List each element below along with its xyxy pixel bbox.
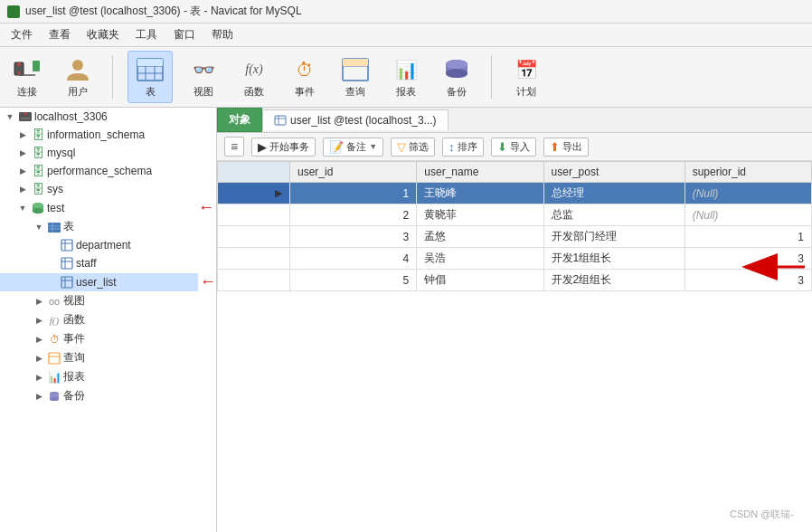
svg-rect-37 [49,353,60,364]
svg-point-40 [50,397,59,401]
expand-icon-11: ▶ [33,295,45,308]
sidebar-views-label: 视图 [63,293,212,309]
cell-userpost-3[interactable]: 开发部门经理 [543,226,685,248]
sidebar-item-backups-folder[interactable]: ▶ 备份 [0,386,216,405]
cell-userid-4[interactable]: 4 [290,248,417,270]
toolbar-query[interactable]: 查询 [335,53,375,100]
cell-userid-3[interactable]: 3 [290,226,417,248]
import-button[interactable]: ⬇ 导入 [491,138,536,157]
sidebar-dept-label: department [76,239,212,252]
sidebar-item-localhost[interactable]: ▼ localhost_3306 [0,108,216,126]
action-bar: ≡ ▶ 开始事务 📝 备注 ▼ ▽ 筛选 ↕ 排序 [217,133,812,161]
object-button[interactable]: 对象 [217,108,262,132]
table-row[interactable]: 4 吴浩 开发1组组长 3 [218,248,812,270]
begin-transaction-button[interactable]: ▶ 开始事务 [251,138,316,157]
menu-file[interactable]: 文件 [4,25,40,44]
menu-window[interactable]: 窗口 [166,25,203,44]
export-button[interactable]: ⬆ 导出 [543,138,589,157]
cell-userpost-1[interactable]: 总经理 [543,183,685,204]
sidebar-item-events-folder[interactable]: ▶ ⏱ 事件 [0,329,216,348]
cell-userid-5[interactable]: 5 [290,270,417,291]
tab-user-list[interactable]: user_list @test (localhost_3...) [262,109,448,130]
toolbar-user[interactable]: 用户 [58,53,98,100]
table-header-row: user_id user_name user_post superior_id [218,162,812,183]
cell-superiorid-1[interactable]: (Null) [685,183,811,204]
cell-superiorid-3[interactable]: 1 [685,226,811,248]
sort-icon: ↕ [448,140,455,154]
toolbar-report-label: 报表 [396,85,416,99]
cell-superiorid-5[interactable]: 3 [685,270,811,291]
svg-rect-24 [48,223,61,233]
sidebar-item-user-list[interactable]: ▶ user_list [0,273,198,291]
expand-icon-4: ▶ [16,165,29,177]
filter-button[interactable]: ▽ 筛选 [391,138,435,157]
menu-favorites[interactable]: 收藏夹 [80,25,127,44]
cell-username-5[interactable]: 钟倡 [417,270,543,291]
table-row[interactable]: 2 黄晓菲 总监 (Null) [218,204,812,226]
sidebar-test-label: test [47,202,191,214]
sidebar-perf-schema-label: performance_schema [47,165,212,177]
svg-rect-28 [61,240,72,251]
sidebar-item-reports-folder[interactable]: ▶ 📊 报表 [0,367,216,386]
col-header-superiorid[interactable]: superior_id [685,162,811,183]
toolbar-user-label: 用户 [68,85,88,99]
sidebar-localhost-label: localhost_3306 [34,110,212,123]
cell-userpost-5[interactable]: 开发2组组长 [543,270,685,291]
svg-point-16 [446,69,467,78]
cell-userpost-4[interactable]: 开发1组组长 [543,248,685,270]
backup-folder-icon [47,389,61,404]
menu-tools[interactable]: 工具 [128,25,165,44]
expand-icon-5: ▶ [16,183,29,195]
toolbar-event[interactable]: ⏱ 事件 [285,53,325,100]
expand-icon-3: ▶ [16,147,29,159]
col-header-username[interactable]: user_name [417,162,543,183]
table-row[interactable]: ▶ 1 王晓峰 总经理 (Null) [218,183,812,204]
toolbar-backup[interactable]: 备份 [437,53,477,100]
toolbar-function-label: 函数 [244,85,264,99]
sidebar-item-performance-schema[interactable]: ▶ 🗄 performance_schema [0,162,216,180]
table-row[interactable]: 5 钟倡 开发2组组长 3 [218,270,812,291]
sidebar-sys-label: sys [47,183,212,195]
cell-userid-1[interactable]: 1 [290,183,417,204]
comment-button[interactable]: 📝 备注 ▼ [323,138,383,157]
toolbar-stats[interactable]: 📅 计划 [506,53,546,100]
db-icon-1: 🗄 [31,128,45,142]
sort-button[interactable]: ↕ 排序 [442,138,484,157]
sidebar-item-queries-folder[interactable]: ▶ 查询 [0,348,216,367]
cell-superiorid-4[interactable]: 3 [685,248,811,270]
cell-userid-2[interactable]: 2 [290,204,417,226]
sidebar-item-staff[interactable]: ▶ staff [0,254,216,272]
cell-username-3[interactable]: 孟悠 [417,226,543,248]
sidebar-item-sys[interactable]: ▶ 🗄 sys [0,180,216,198]
col-header-empty [218,162,290,183]
sidebar-item-department[interactable]: ▶ department [0,236,216,254]
sidebar-item-mysql[interactable]: ▶ 🗄 mysql [0,144,216,162]
cell-username-4[interactable]: 吴浩 [417,248,543,270]
cell-username-1[interactable]: 王晓峰 [417,183,543,204]
toolbar-table[interactable]: 表 [127,51,173,103]
svg-rect-31 [61,258,72,269]
hamburger-button[interactable]: ≡ [224,137,244,157]
menu-view[interactable]: 查看 [42,25,78,44]
col-header-userpost[interactable]: user_post [543,162,685,183]
server-icon [18,109,33,124]
sidebar-item-functions-folder[interactable]: ▶ f() 函数 [0,310,216,329]
sidebar-item-information-schema[interactable]: ▶ 🗄 information_schema [0,126,216,144]
menu-help[interactable]: 帮助 [204,25,241,44]
expand-icon: ▼ [4,110,16,123]
sidebar-item-tables-folder[interactable]: ▼ 表 [0,217,216,236]
sidebar-item-test[interactable]: ▼ test [0,199,194,217]
cell-superiorid-2[interactable]: (Null) [685,204,811,226]
toolbar-report[interactable]: 📊 报表 [386,53,426,100]
sidebar-item-views-folder[interactable]: ▶ oo 视图 [0,291,216,310]
arrow-userlist: ← [200,272,216,291]
toolbar-connect[interactable]: 连接 [7,53,47,100]
toolbar-function[interactable]: f(x) 函数 [234,53,274,100]
table-row[interactable]: 3 孟悠 开发部门经理 1 [218,226,812,248]
col-header-userid[interactable]: user_id [290,162,417,183]
toolbar-view[interactable]: 👓 视图 [184,53,223,100]
cell-username-2[interactable]: 黄晓菲 [417,204,543,226]
sort-label: 排序 [458,140,477,154]
toolbar-stats-label: 计划 [516,85,536,99]
cell-userpost-2[interactable]: 总监 [543,204,685,226]
